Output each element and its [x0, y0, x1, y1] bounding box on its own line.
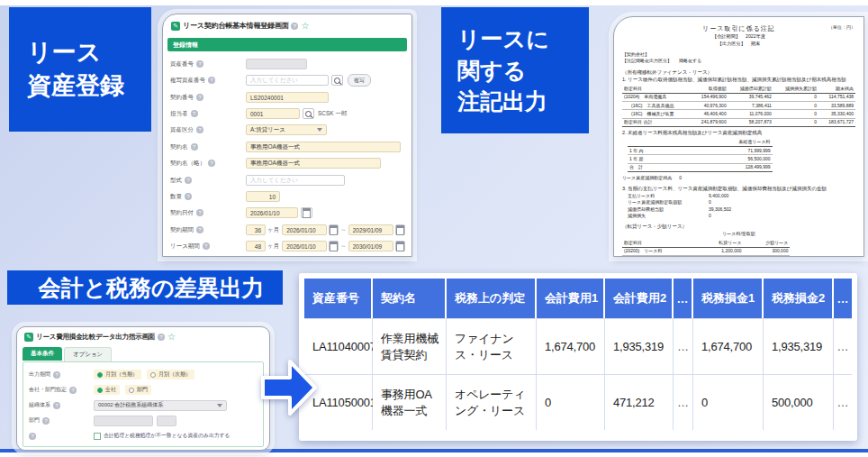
help-icon[interactable]: ? — [69, 387, 77, 394]
help-icon[interactable]: ? — [291, 23, 298, 30]
calendar-icon — [330, 225, 338, 235]
model-input[interactable]: 入力してください — [246, 175, 345, 186]
form-row-quantity: 数量? 10 — [170, 190, 408, 203]
form-row-lease-period: リース期間? 48 ヶ月 2026/01/10 ～ 2030/01/09 — [170, 240, 408, 252]
col-header-contract-name: 契約名 — [373, 279, 447, 318]
calendar-button[interactable] — [395, 224, 405, 235]
help-icon[interactable]: ? — [42, 417, 50, 425]
help-icon[interactable]: ? — [191, 143, 198, 151]
cell-ellipsis: … — [674, 374, 693, 430]
favorite-star-icon[interactable]: ☆ — [167, 333, 176, 342]
form-row-contract-name-short: 契約名（略）? 事務用OA機器一式 — [170, 157, 408, 169]
register-screen-card: ✎ リース契約台帳基本情報登録画面 ? ☆ 登録情報 資産番号? 複写資産番号?… — [162, 14, 412, 257]
dept-input — [94, 416, 153, 426]
tab-options[interactable]: オプション — [64, 347, 112, 361]
help-icon[interactable]: ? — [208, 160, 215, 167]
banner-text: 注記出力 — [457, 86, 589, 117]
field-label: 会社・部門指定 — [29, 386, 67, 394]
help-icon[interactable]: ? — [53, 402, 60, 409]
flow-arrow-icon — [259, 353, 319, 422]
chevron-down-icon — [217, 404, 222, 407]
favorite-star-icon[interactable]: ☆ — [301, 22, 309, 31]
cell-tax-loss2: 500,000 — [764, 374, 834, 430]
help-icon[interactable]: ? — [203, 242, 210, 250]
edit-icon: ✎ — [171, 22, 180, 31]
help-icon[interactable]: ? — [196, 126, 203, 133]
contract-no-input[interactable]: LS20240001 — [246, 92, 329, 103]
checkbox-icon[interactable] — [94, 433, 101, 440]
asset-class-select[interactable]: A:賃貸リース — [246, 124, 327, 135]
calendar-button[interactable] — [301, 207, 312, 218]
calendar-button[interactable] — [329, 224, 339, 235]
diff-table: 資産番号 契約名 税務上の判定 会計費用1 会計費用2 … 税務損金1 税務損金… — [304, 279, 852, 430]
field-label: リース期間 — [170, 242, 200, 251]
note-document: （単位：円） リース取引に係る注記 【会計期間】2022年度 【出力区分】期末 … — [614, 17, 863, 256]
copy-asset-no-input[interactable]: 入力してください — [246, 75, 329, 86]
field-label: 複写資産番号 — [170, 77, 205, 85]
doc-meta-value: 期末 — [751, 41, 760, 46]
contract-name-input[interactable]: 事務用OA機器一式 — [246, 142, 401, 152]
help-icon[interactable]: ? — [208, 77, 215, 84]
help-icon[interactable]: ? — [196, 60, 203, 68]
form-row-contract-date: 契約日付? 2026/01/10 — [170, 206, 408, 219]
field-label: 数量 — [170, 193, 182, 201]
help-icon[interactable]: ? — [158, 334, 165, 341]
radio-department[interactable]: 部門 — [125, 385, 151, 395]
radio-monthly-current[interactable]: 月別（当期） — [94, 370, 141, 379]
col-header-ellipsis: … — [674, 279, 693, 318]
doc-item-label: 支払リース料 — [628, 193, 709, 199]
doc-item-value: 0 — [709, 213, 711, 219]
help-icon[interactable]: ? — [191, 110, 198, 117]
doc-section-title: 1. リース物件の取得価額相当額、減価償却累計額相当額、減損損失累計額相当額及び… — [622, 77, 855, 84]
lease-period-months-input[interactable]: 48 — [246, 241, 266, 251]
dept-input-2 — [157, 416, 176, 426]
radio-all-company[interactable]: 全社 — [94, 385, 120, 395]
search-icon — [305, 111, 312, 117]
field-label: 資産番号 — [170, 60, 194, 69]
doc-title: リース取引に係る注記 — [622, 24, 855, 33]
doc-meta-label: 【注記簡略化出力区分】 — [622, 58, 672, 64]
radio-monthly-next[interactable]: 月別（次期） — [147, 370, 194, 379]
contract-period-from-input[interactable]: 2026/01/10 — [282, 224, 327, 235]
quantity-input[interactable]: 10 — [246, 191, 280, 202]
lease-period-from-input[interactable]: 2026/01/10 — [282, 241, 327, 251]
field-label: 契約日付 — [170, 209, 194, 217]
org-select[interactable]: 00002:会計税務系組織体系 — [94, 400, 227, 411]
cell-ellipsis: … — [674, 318, 693, 374]
search-button[interactable] — [331, 75, 343, 86]
contract-name-short-input[interactable]: 事務用OA機器一式 — [246, 158, 381, 169]
search-icon — [334, 78, 340, 84]
search-button[interactable] — [303, 108, 314, 119]
calendar-button[interactable] — [395, 241, 405, 251]
form-row-scope: 会社・部門指定? 全社 部門 — [29, 384, 260, 396]
help-icon[interactable]: ? — [196, 209, 203, 216]
help-icon[interactable]: ? — [29, 433, 36, 440]
help-icon[interactable]: ? — [185, 177, 192, 184]
col-header-acct-cost1: 会計費用1 — [537, 279, 605, 318]
help-icon[interactable]: ? — [196, 94, 203, 101]
tab-basic-conditions[interactable]: 基本条件 — [23, 347, 62, 361]
conditions-box: 出力期間? 月別（当期） 月別（次期） 会社・部門指定? 全社 部門 組織体系?… — [23, 361, 264, 447]
help-icon[interactable]: ? — [185, 193, 192, 200]
copy-button[interactable]: 複写 — [348, 74, 371, 87]
lease-period-to-input[interactable]: 2030/01/09 — [348, 241, 393, 251]
contract-period-months-input[interactable]: 36 — [246, 224, 266, 235]
form-row-copy-asset-no: 複写資産番号? 入力してください 複写 — [170, 74, 408, 87]
asset-no-input — [246, 59, 307, 69]
help-icon[interactable]: ? — [53, 371, 60, 379]
col-header-tax-judgement: 税務上の判定 — [447, 279, 537, 318]
doc-item-value: 9,400,000 — [709, 193, 728, 199]
doc-section-title: 3. 当期の支払リース料、リース資産減損勘定取崩額、減価償却費相当額及び減損損失… — [622, 186, 855, 193]
calendar-button[interactable] — [329, 241, 339, 251]
help-icon[interactable]: ? — [196, 226, 203, 233]
doc-meta-label: 【契約会社】 — [622, 51, 649, 58]
field-label: 部門 — [29, 416, 40, 425]
person-code-input[interactable]: 0001 — [246, 108, 300, 119]
calendar-icon — [303, 208, 311, 218]
contract-date-input[interactable]: 2026/01/10 — [246, 207, 298, 218]
doc-table-group-head: リース料/受取額 — [622, 231, 855, 237]
doc-table-sublease: 勘定科目転貸リース少額リース (20200) リース料1,200,000300,… — [622, 239, 790, 257]
cell-acct-cost1: 1,674,700 — [537, 318, 605, 374]
contract-period-to-input[interactable]: 2029/01/09 — [348, 224, 393, 235]
range-tilde: ～ — [340, 242, 347, 251]
